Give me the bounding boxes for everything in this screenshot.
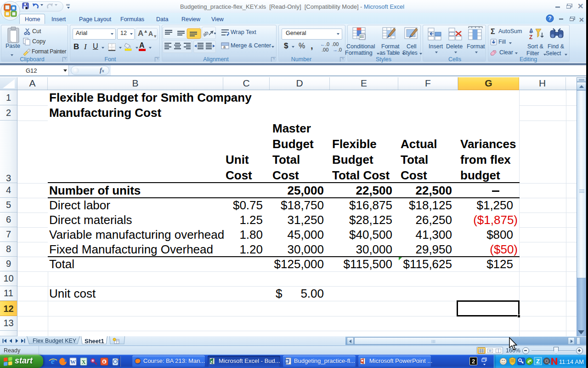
svg-text:X: X bbox=[210, 360, 213, 364]
svg-text:Z: Z bbox=[536, 358, 540, 365]
svg-text:A: A bbox=[529, 28, 533, 34]
svg-text:?: ? bbox=[548, 15, 551, 22]
svg-text:Z: Z bbox=[529, 34, 532, 40]
svg-text:a: a bbox=[223, 45, 226, 49]
svg-text:W: W bbox=[70, 359, 76, 365]
svg-text:X: X bbox=[82, 359, 86, 365]
svg-text:ab: ab bbox=[202, 30, 209, 38]
svg-text:e: e bbox=[51, 357, 55, 366]
svg-text:B: B bbox=[286, 360, 288, 363]
